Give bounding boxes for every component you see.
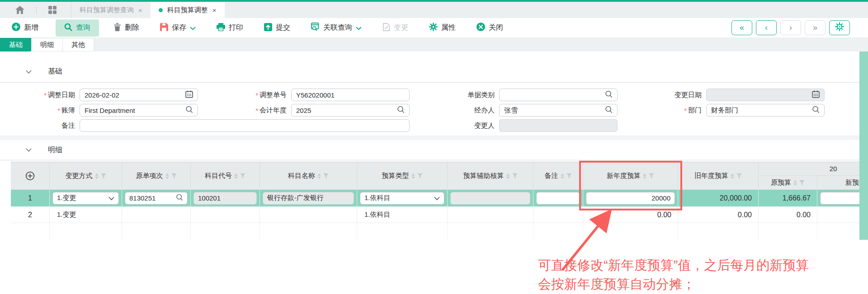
chevron-down-icon[interactable]	[26, 146, 32, 154]
col-header-change-mode[interactable]: 变更方式	[50, 162, 122, 190]
col-header-remark[interactable]: 备注	[533, 162, 583, 190]
close-tab-icon[interactable]: ×	[212, 6, 217, 14]
subject-code-input: 100201	[193, 192, 257, 205]
table-row[interactable]: 1 1.变更 8130251 100201 银行存款	[11, 190, 859, 207]
changer-label: 变更人	[410, 119, 499, 132]
col-header-budget-type[interactable]: 预算类型	[357, 162, 448, 190]
annotation-line-1: 可直接修改“新年度预算”值，之后每月的新预算	[538, 256, 809, 275]
filter-funnel-icon[interactable]	[101, 172, 106, 180]
search-icon[interactable]	[176, 194, 183, 202]
department-field[interactable]: 财务部门	[706, 104, 825, 117]
col-header-budget-aux[interactable]: 预算辅助核算	[448, 162, 533, 190]
next-record-button[interactable]: ›	[780, 20, 801, 35]
doc-category-field[interactable]	[499, 89, 618, 101]
change-doc-icon	[382, 23, 390, 33]
budget-type-select[interactable]: 1.依科目	[360, 192, 444, 205]
adjust-no-field[interactable]: Y562020001	[291, 89, 410, 101]
apps-grid-icon[interactable]	[48, 2, 57, 18]
sort-icon[interactable]	[411, 173, 415, 179]
filter-funnel-icon[interactable]	[240, 172, 245, 180]
chevron-down-icon[interactable]	[26, 68, 32, 76]
chevron-down-icon[interactable]	[356, 24, 362, 32]
tab-budget-adjust[interactable]: 科目预算调整 ×	[151, 2, 225, 18]
sort-icon[interactable]	[317, 173, 321, 179]
search-icon[interactable]	[605, 106, 613, 115]
related-query-button[interactable]: 关联查询	[311, 23, 362, 33]
save-button[interactable]: 保存	[160, 23, 196, 33]
properties-button[interactable]: 属性	[429, 23, 456, 33]
row-number[interactable]: 2	[11, 207, 50, 223]
basic-section-header: 基础	[0, 61, 868, 83]
required-asterisk: *	[44, 91, 47, 99]
subtab-basic[interactable]: 基础	[0, 38, 32, 51]
vertical-scrollbar[interactable]	[859, 51, 868, 240]
printer-icon	[217, 23, 225, 33]
calendar-icon[interactable]	[185, 90, 193, 99]
new-year-budget-value: 0.00	[583, 207, 678, 223]
sort-icon[interactable]	[731, 173, 734, 179]
sort-icon[interactable]	[165, 173, 169, 179]
changer-field	[499, 119, 618, 132]
query-button[interactable]: 查询	[56, 19, 99, 37]
filter-funnel-icon[interactable]	[649, 172, 654, 180]
row-remark-input[interactable]	[536, 192, 580, 205]
change-date-label: 变更日期	[618, 89, 706, 101]
orig-item-input[interactable]: 8130251	[125, 192, 188, 205]
delete-button[interactable]: 删除	[113, 23, 139, 33]
col-header-new-year-budget[interactable]: 新年度预算	[583, 162, 678, 190]
filter-funnel-icon[interactable]	[566, 172, 572, 180]
first-record-button[interactable]: «	[731, 20, 752, 35]
col-header-subject-name[interactable]: 科目名称	[260, 162, 357, 190]
row-number[interactable]: 1	[11, 190, 50, 206]
search-icon[interactable]	[397, 106, 405, 115]
sort-icon[interactable]	[793, 180, 797, 186]
search-icon[interactable]	[605, 90, 613, 99]
remark-field[interactable]	[80, 119, 410, 132]
filter-funnel-icon[interactable]	[323, 172, 329, 180]
submit-button[interactable]: 提交	[264, 23, 290, 33]
account-book-field[interactable]: First Department	[80, 104, 198, 117]
subtab-other[interactable]: 其他	[62, 38, 94, 51]
home-icon[interactable]	[15, 2, 24, 18]
col-header-subject-code[interactable]: 科目代号	[191, 162, 260, 190]
add-row-button[interactable]	[11, 162, 50, 190]
sort-icon[interactable]	[643, 173, 646, 179]
prev-record-button[interactable]: ‹	[756, 20, 777, 35]
col-header-new-budget[interactable]: 新预算	[817, 176, 859, 190]
print-button[interactable]: 打印	[217, 23, 243, 33]
close-button[interactable]: 关闭	[476, 23, 503, 33]
filter-funnel-icon[interactable]	[799, 179, 805, 187]
sort-icon[interactable]	[95, 173, 99, 179]
new-budget-input[interactable]	[820, 192, 859, 205]
required-asterisk: *	[57, 107, 60, 114]
filter-funnel-icon[interactable]	[171, 172, 177, 180]
pager-settings-button[interactable]	[829, 20, 850, 35]
new-button[interactable]: 新增	[12, 23, 38, 33]
adjust-date-field[interactable]: 2026-02-02	[80, 89, 198, 101]
handler-field[interactable]: 张雪	[499, 104, 618, 117]
subtab-detail[interactable]: 明细	[31, 38, 63, 51]
change-button: 变更	[382, 23, 408, 33]
tab-budget-adjust-query[interactable]: 科目预算调整查询 ×	[71, 2, 151, 18]
change-mode-select[interactable]: 1.变更	[52, 192, 119, 205]
col-header-orig-budget[interactable]: 原预算	[759, 176, 817, 190]
filter-funnel-icon[interactable]	[512, 172, 518, 180]
filter-funnel-icon[interactable]	[736, 172, 742, 180]
new-year-budget-input[interactable]: 20000	[586, 192, 675, 205]
close-tab-icon[interactable]: ×	[138, 6, 142, 14]
fiscal-year-field[interactable]: 2025	[291, 104, 410, 117]
table-row[interactable]: 2 1.变更 1.依科目 0.00 0.00 0.00	[11, 207, 859, 223]
search-icon[interactable]	[812, 106, 820, 115]
col-header-old-year-budget[interactable]: 旧年度预算	[678, 162, 759, 190]
handler-label: 经办人	[410, 104, 499, 117]
sort-icon[interactable]	[506, 173, 510, 179]
account-book-label: *账簿	[21, 104, 80, 117]
last-record-button[interactable]: »	[805, 20, 826, 35]
filter-funnel-icon[interactable]	[417, 172, 423, 180]
sort-icon[interactable]	[234, 173, 238, 179]
chevron-down-icon[interactable]	[190, 24, 196, 32]
col-header-orig-item[interactable]: 原单项次	[122, 162, 191, 190]
sort-icon[interactable]	[561, 173, 564, 179]
doc-category-label: 单据类别	[410, 89, 499, 101]
search-icon[interactable]	[185, 106, 193, 115]
